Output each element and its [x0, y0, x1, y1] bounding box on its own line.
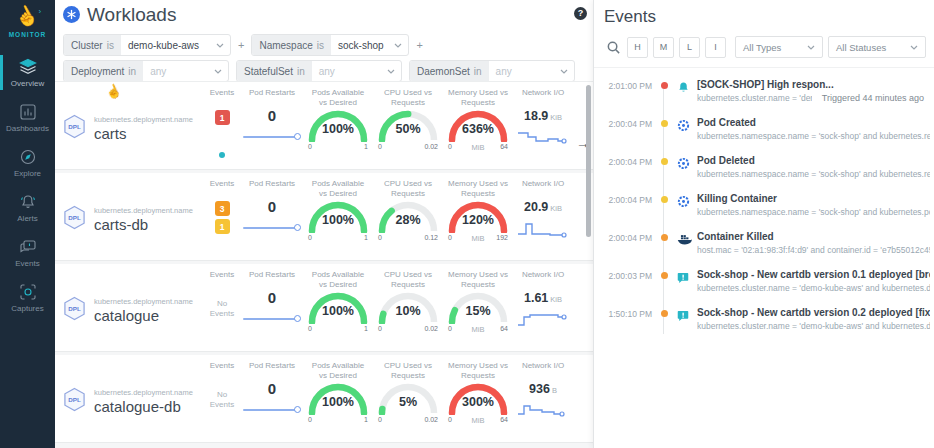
- gauge-unit: MiB: [446, 416, 510, 425]
- filter-statefulset[interactable]: StatefulSetinany: [236, 60, 402, 82]
- event-title: Pod Deleted: [697, 155, 930, 166]
- event-item[interactable]: 2:00:03 PMSock-shop - New cartdb version…: [594, 262, 934, 300]
- sidebar-item-dashboards[interactable]: Dashboards: [0, 95, 55, 140]
- event-item[interactable]: 2:01:00 PM[SOCK-SHOP] High respon...kube…: [594, 72, 934, 110]
- workload-row[interactable]: DPLkubernetes.deployment.namecarts-dbEve…: [55, 173, 593, 261]
- severity-i-button[interactable]: I: [705, 37, 726, 58]
- gauge: 50%: [376, 108, 440, 142]
- timeline-dot: [661, 272, 668, 279]
- svg-text:DPL: DPL: [68, 214, 81, 221]
- sidebar-item-overview[interactable]: Overview: [0, 50, 55, 95]
- workload-key: kubernetes.deployment.name: [94, 206, 193, 215]
- sidebar-item-alerts[interactable]: Alerts: [0, 185, 55, 230]
- sidebar-item-explore[interactable]: Explore: [0, 140, 55, 185]
- gauge-value: 300%: [446, 395, 510, 409]
- help-button[interactable]: ?: [574, 7, 587, 20]
- event-item[interactable]: 2:00:04 PMPod Createdkubernetes.namespac…: [594, 110, 934, 148]
- severity-l-button[interactable]: L: [679, 37, 700, 58]
- gauge-min: 0: [308, 325, 312, 332]
- scrollbar[interactable]: [586, 85, 591, 237]
- event-body: Sock-shop - New cartdb version 0.1 deplo…: [697, 269, 930, 293]
- filter-row-2: DeploymentinanyStatefulSetinanyDaemonSet…: [63, 60, 585, 82]
- gauge: 5%: [376, 381, 440, 415]
- workload-identity: DPLkubernetes.deployment.namecarts: [63, 88, 203, 169]
- event-item[interactable]: 2:00:04 PMKilling Containerkubernetes.na…: [594, 186, 934, 224]
- sidebar-item-events[interactable]: Events: [0, 230, 55, 275]
- gauge-value: 100%: [306, 122, 370, 136]
- event-item[interactable]: 1:50:10 PMSock-shop - New cartdb version…: [594, 300, 934, 338]
- network-io-column: Network I/O20.9KiB: [513, 179, 573, 260]
- gauge-range: 0MiB64: [446, 325, 510, 332]
- status-filter-select[interactable]: All Statuses: [828, 36, 926, 58]
- chevron-down-icon: [387, 69, 395, 74]
- filter-deployment[interactable]: Deploymentinany: [63, 60, 229, 82]
- search-icon[interactable]: [604, 38, 622, 56]
- capture-icon: [19, 283, 37, 301]
- add-filter-button[interactable]: +: [238, 39, 244, 51]
- pod-restarts-value: 0: [268, 380, 276, 397]
- network-io-value: 936B: [529, 382, 557, 396]
- svg-text:DPL: DPL: [68, 396, 81, 403]
- column-header: Pod Restarts: [249, 270, 295, 289]
- workload-row[interactable]: DPLkubernetes.deployment.namecartsEvents…: [55, 82, 593, 170]
- gauge-range: 01: [306, 325, 370, 332]
- event-time: 2:00:04 PM: [602, 231, 652, 255]
- gauge: 28%: [376, 199, 440, 233]
- network-io-value: 18.9KiB: [524, 109, 562, 123]
- gauge-value: 5%: [376, 395, 440, 409]
- workload-names: kubernetes.deployment.namecarts-db: [94, 206, 193, 233]
- event-title: Sock-shop - New cartdb version 0.1 deplo…: [697, 269, 930, 280]
- timeline-dot: [661, 234, 668, 241]
- add-filter-button[interactable]: +: [416, 39, 422, 51]
- filter-daemonset[interactable]: DaemonSetinany: [409, 60, 575, 82]
- filter-namespace[interactable]: Namespaceissock-shop: [251, 34, 409, 56]
- gauge: 100%: [306, 381, 370, 415]
- column-header: CPU Used vs Requests: [377, 179, 439, 198]
- timeline-dot: [661, 82, 668, 89]
- column-header: Pod Restarts: [249, 361, 295, 380]
- sysdig-logo[interactable]: ☝› MONITOR: [0, 0, 55, 38]
- cpu-used-gauge: CPU Used vs Requests 28%00.12: [373, 179, 443, 260]
- gauge-max: 0.02: [424, 416, 438, 423]
- sidebar-item-captures[interactable]: Captures: [0, 275, 55, 320]
- svg-text:DPL: DPL: [68, 305, 81, 312]
- gauge-range: 00.12: [376, 234, 440, 241]
- event-item[interactable]: 2:00:04 PMContainer Killedhost.mac = '02…: [594, 224, 934, 262]
- gauge-range: 01: [306, 143, 370, 150]
- memory-used-gauge: Memory Used vs Requests 636%0MiB64: [443, 88, 513, 169]
- workload-row[interactable]: DPLkubernetes.deployment.namecatalogue-d…: [55, 355, 593, 443]
- alert-bell-icon: [677, 79, 691, 103]
- filter-operator: in: [474, 66, 482, 77]
- gauge: 636%: [446, 108, 510, 142]
- network-io-column: Network I/O936B: [513, 361, 573, 442]
- filter-placeholder: any: [312, 66, 387, 77]
- chevron-down-icon: [216, 43, 224, 48]
- network-io-column: Network I/O1.61KiB: [513, 270, 573, 351]
- network-sparkline: [516, 308, 570, 334]
- filter-field-label: Namespaceis: [252, 35, 331, 55]
- event-scope: kubernetes.cluster.name = 'demo-kube-aws…: [697, 283, 930, 293]
- filter-operator: in: [297, 66, 305, 77]
- network-io-value: 1.61KiB: [524, 291, 562, 305]
- severity-m-button[interactable]: M: [653, 37, 674, 58]
- severity-h-button[interactable]: H: [627, 37, 648, 58]
- pod-restarts-slider: [243, 224, 301, 232]
- event-item[interactable]: 2:00:04 PMPod Deletedkubernetes.namespac…: [594, 148, 934, 186]
- gauge-range: 00.02: [376, 143, 440, 150]
- filter-value: sock-shop: [331, 40, 394, 51]
- column-header: Memory Used vs Requests: [447, 179, 509, 198]
- custom-event-icon: [677, 307, 691, 331]
- column-header: Events: [210, 179, 234, 198]
- type-filter-select[interactable]: All Types: [735, 36, 823, 58]
- memory-used-gauge: Memory Used vs Requests 120%0MiB192: [443, 179, 513, 260]
- workload-key: kubernetes.deployment.name: [94, 297, 193, 306]
- column-header: CPU Used vs Requests: [377, 270, 439, 289]
- svg-text:DPL: DPL: [68, 123, 81, 130]
- gauge-range: 00.02: [376, 416, 440, 423]
- event-title: [SOCK-SHOP] High respon...: [697, 79, 930, 90]
- network-sparkline: [516, 126, 570, 152]
- column-header: Network I/O: [522, 88, 564, 107]
- gauge: 100%: [306, 290, 370, 324]
- filter-cluster[interactable]: Clusterisdemo-kube-aws: [63, 34, 231, 56]
- workload-row[interactable]: DPLkubernetes.deployment.namecatalogueEv…: [55, 264, 593, 352]
